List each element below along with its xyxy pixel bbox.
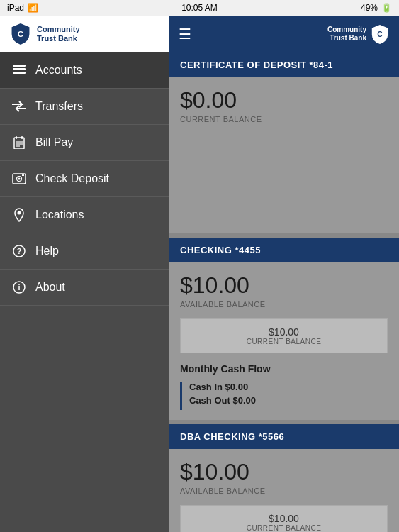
current-balance-amount: $10.00 — [191, 513, 377, 524]
account-header: CERTIFICATE OF DEPOSIT *84-1 — [169, 52, 399, 77]
cash-out-item: Cash Out $0.00 — [189, 395, 256, 406]
cash-in-item: Cash In $0.00 — [189, 382, 256, 392]
sidebar: C Community Trust Bank Accounts — [0, 16, 169, 532]
balance-label: AVAILABLE BALANCE — [180, 300, 388, 309]
current-balance-amount: $10.00 — [191, 326, 377, 338]
account-body: $10.00 AVAILABLE BALANCE $10.00 CURRENT … — [169, 262, 399, 420]
sidebar-item-label: Help — [35, 245, 59, 257]
account-card-cd[interactable]: CERTIFICATE OF DEPOSIT *84-1 $0.00 CURRE… — [169, 52, 399, 233]
time-display: 10:05 AM — [181, 3, 218, 13]
monthly-cash-flow-title: Monthly Cash Flow — [180, 363, 388, 375]
status-bar: iPad 📶 10:05 AM 49% 🔋 — [0, 0, 399, 16]
sidebar-item-label: Check Deposit — [35, 172, 109, 185]
account-header: DBA CHECKING *5566 — [169, 424, 399, 449]
accounts-icon — [11, 62, 27, 78]
monthly-cash-flow: Monthly Cash Flow Cash In $0.00 Cash Out… — [180, 363, 388, 410]
balance-amount: $10.00 — [180, 272, 388, 299]
account-card-checking[interactable]: CHECKING *4455 $10.00 AVAILABLE BALANCE … — [169, 238, 399, 420]
account-body: $10.00 AVAILABLE BALANCE $10.00 CURRENT … — [169, 449, 399, 532]
sidebar-logo: C Community Trust Bank — [0, 16, 169, 52]
svg-text:?: ? — [17, 247, 22, 255]
topbar-logo: Community Trust Bank C — [327, 24, 389, 44]
topbar-shield-icon: C — [371, 24, 389, 44]
billpay-icon — [11, 135, 27, 150]
top-bar: ☰ Community Trust Bank C — [169, 16, 399, 52]
sidebar-item-help[interactable]: ? Help — [0, 233, 169, 270]
balance-label: CURRENT BALANCE — [180, 115, 388, 123]
account-header: CHECKING *4455 — [169, 238, 399, 262]
sidebar-item-transfers[interactable]: Transfers — [0, 89, 169, 125]
checkdeposit-icon — [11, 171, 27, 187]
about-icon: i — [11, 279, 27, 295]
sidebar-item-locations[interactable]: Locations — [0, 197, 169, 233]
svg-rect-2 — [13, 68, 26, 70]
sidebar-item-checkdeposit[interactable]: Check Deposit — [0, 161, 169, 197]
sidebar-item-label: Bill Pay — [35, 136, 73, 149]
hamburger-icon[interactable]: ☰ — [179, 26, 191, 43]
sidebar-item-label: Transfers — [35, 100, 83, 113]
current-balance-label: CURRENT BALANCE — [191, 524, 377, 532]
sidebar-logo-text: Community Trust Bank — [37, 25, 80, 43]
svg-text:i: i — [18, 283, 20, 292]
balance-amount: $0.00 — [180, 87, 388, 113]
svg-rect-5 — [16, 136, 17, 139]
balance-amount: $10.00 — [180, 459, 388, 485]
current-balance-box: $10.00 CURRENT BALANCE — [180, 318, 388, 353]
transfers-icon — [11, 99, 27, 114]
account-body-cd: $0.00 CURRENT BALANCE — [169, 77, 399, 233]
logo-shield-icon: C — [10, 23, 31, 45]
sidebar-item-accounts[interactable]: Accounts — [0, 52, 169, 89]
svg-text:C: C — [18, 30, 24, 38]
sidebar-item-label: About — [35, 281, 65, 294]
sidebar-nav: Accounts Transfers — [0, 52, 169, 532]
battery-label: 49% — [361, 3, 378, 13]
accounts-content: CERTIFICATE OF DEPOSIT *84-1 $0.00 CURRE… — [169, 52, 399, 532]
sidebar-item-about[interactable]: i About — [0, 270, 169, 306]
sidebar-item-label: Accounts — [35, 64, 82, 77]
device-label: iPad — [7, 3, 24, 13]
svg-rect-1 — [13, 65, 26, 67]
sidebar-item-label: Locations — [35, 209, 84, 221]
svg-point-14 — [18, 211, 21, 215]
svg-point-12 — [18, 178, 21, 180]
right-panel: ☰ Community Trust Bank C CERTIFICATE OF … — [169, 16, 399, 532]
wifi-icon: 📶 — [28, 3, 38, 13]
help-icon: ? — [11, 243, 27, 259]
topbar-logo-text: Community Trust Bank — [327, 26, 366, 43]
current-balance-label: CURRENT BALANCE — [191, 338, 377, 345]
svg-text:C: C — [377, 31, 383, 38]
svg-rect-4 — [14, 138, 24, 149]
locations-icon — [11, 207, 27, 223]
svg-rect-6 — [21, 136, 23, 139]
current-balance-box: $10.00 CURRENT BALANCE — [180, 505, 388, 532]
cash-flow-bar — [180, 382, 182, 410]
account-card-dba[interactable]: DBA CHECKING *5566 $10.00 AVAILABLE BALA… — [169, 424, 399, 532]
balance-label: AVAILABLE BALANCE — [180, 487, 388, 495]
sidebar-item-billpay[interactable]: Bill Pay — [0, 125, 169, 161]
svg-rect-13 — [22, 174, 24, 176]
battery-icon: 🔋 — [381, 3, 392, 13]
svg-rect-3 — [13, 72, 26, 74]
